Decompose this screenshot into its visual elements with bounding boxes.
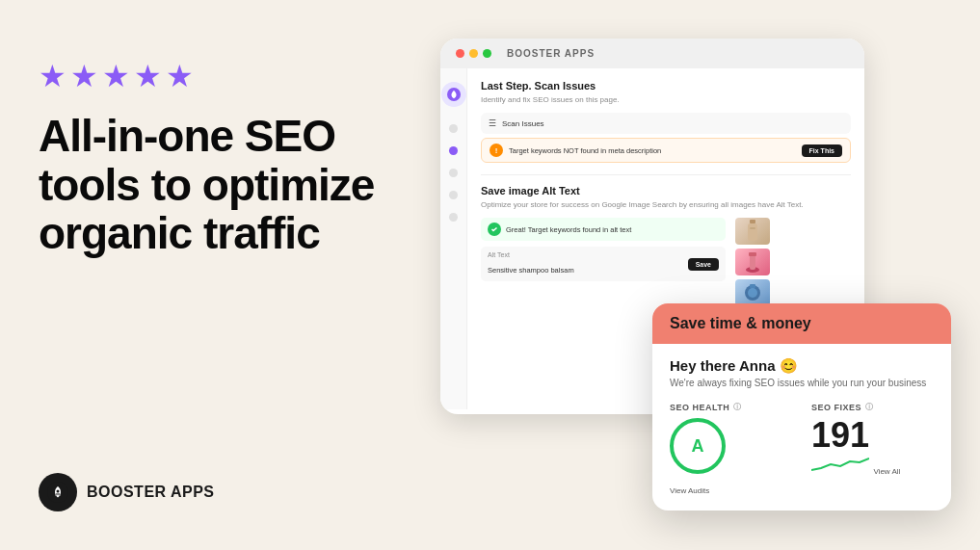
alt-value: Sensitive shampoo balsam — [488, 266, 574, 275]
seo-grade: A — [692, 436, 704, 457]
window-title: BOOSTER APPS — [507, 48, 595, 59]
window-controls — [456, 49, 491, 58]
star-rating: ★ ★ ★ ★ ★ — [39, 58, 405, 94]
warning-text: Target keywords NOT found in meta descri… — [509, 146, 796, 155]
nav-item-4 — [449, 191, 458, 199]
float-card: Save time & money Hey there Anna 😊 We're… — [652, 303, 951, 511]
star-5: ★ — [166, 58, 194, 94]
thumbnail-2 — [735, 249, 770, 275]
seo-health-info-icon: ⓘ — [733, 402, 742, 412]
greeting-text: Hey there Anna 😊 — [670, 357, 934, 375]
star-1: ★ — [39, 58, 66, 94]
minimize-dot — [469, 49, 478, 58]
greeting-sub-text: We're always fixing SEO issues while you… — [670, 378, 934, 388]
brand-name: BOOSTER APPS — [87, 484, 215, 501]
fixes-count: 191 — [811, 418, 934, 453]
seo-health-block: SEO HEALTH ⓘ A View Audits — [670, 402, 792, 497]
warning-icon: ! — [490, 144, 503, 157]
check-icon — [488, 223, 501, 236]
hamburger-icon: ☰ — [489, 118, 496, 128]
alt-text-section: Save image Alt Text Optimize your store … — [481, 185, 851, 306]
product2-icon — [743, 250, 762, 274]
thumbnail-1 — [735, 218, 770, 245]
left-section: ★ ★ ★ ★ ★ All-in-one SEO tools to optimi… — [39, 58, 405, 281]
seo-health-label: SEO HEALTH ⓘ — [670, 402, 792, 412]
section-divider — [481, 174, 851, 175]
star-3: ★ — [102, 58, 130, 94]
seo-health-circle: A — [670, 418, 726, 474]
metrics-row: SEO HEALTH ⓘ A View Audits SEO FIXES ⓘ 1… — [670, 402, 934, 497]
alt-label: Alt Text — [488, 251, 574, 258]
scan-label: Scan Issues — [502, 119, 544, 128]
product3-icon — [742, 282, 763, 303]
svg-rect-11 — [750, 284, 755, 288]
tablet-header: BOOSTER APPS — [440, 39, 864, 68]
scan-issues-section: Last Step. Scan Issues Identify and fix … — [481, 80, 851, 163]
headline: All-in-one SEO tools to optimize organic… — [39, 112, 405, 258]
trend-chart — [811, 455, 869, 474]
tablet-left-nav — [440, 68, 467, 409]
scan-section-title: Last Step. Scan Issues — [481, 80, 851, 92]
svg-rect-3 — [750, 220, 755, 223]
svg-point-1 — [57, 490, 60, 493]
seo-fixes-block: SEO FIXES ⓘ 191 View All — [811, 402, 934, 497]
scan-row: ☰ Scan Issues — [481, 113, 851, 134]
alt-input-row: Alt Text Sensitive shampoo balsam Save — [481, 247, 726, 281]
card-header-title: Save time & money — [670, 315, 811, 331]
star-2: ★ — [70, 58, 98, 94]
nav-item-1 — [449, 124, 458, 133]
tablets-container: BOOSTER APPS — [440, 39, 951, 511]
fix-button[interactable]: Fix This — [802, 144, 842, 157]
svg-rect-4 — [748, 223, 757, 241]
svg-rect-7 — [750, 254, 755, 270]
save-alt-button[interactable]: Save — [688, 258, 719, 271]
view-all-link[interactable]: View All — [873, 467, 900, 476]
view-audits-link[interactable]: View Audits — [670, 486, 709, 495]
seo-fixes-label: SEO FIXES ⓘ — [811, 402, 934, 412]
card-header: Save time & money — [652, 303, 951, 344]
svg-rect-5 — [750, 227, 755, 229]
maximize-dot — [483, 49, 491, 58]
close-dot — [456, 49, 464, 58]
alt-input-group: Alt Text Sensitive shampoo balsam — [488, 251, 574, 276]
alt-section-desc: Optimize your store for success on Googl… — [481, 199, 851, 210]
alt-left: Great! Target keywords found in alt text… — [481, 218, 726, 306]
brand-logo: BOOSTER APPS — [39, 473, 215, 511]
svg-point-10 — [748, 288, 757, 298]
brand-icon — [39, 473, 77, 511]
svg-rect-8 — [749, 252, 756, 256]
nav-logo-icon — [447, 88, 461, 101]
success-text: Great! Target keywords found in alt text — [506, 225, 631, 234]
card-body: Hey there Anna 😊 We're always fixing SEO… — [652, 344, 951, 511]
nav-item-5 — [449, 213, 458, 222]
rocket-icon — [47, 482, 68, 503]
seo-fixes-info-icon: ⓘ — [865, 402, 874, 412]
warning-row: ! Target keywords NOT found in meta desc… — [481, 138, 851, 163]
scan-section-desc: Identify and fix SEO issues on this page… — [481, 94, 851, 105]
star-4: ★ — [134, 58, 162, 94]
nav-item-2 — [449, 146, 458, 155]
alt-text-content: Great! Target keywords found in alt text… — [481, 218, 851, 306]
success-row: Great! Target keywords found in alt text — [481, 218, 726, 241]
nav-logo — [441, 82, 466, 107]
shampoo-icon — [745, 220, 760, 243]
alt-section-title: Save image Alt Text — [481, 185, 851, 196]
nav-item-3 — [449, 169, 458, 177]
image-thumbnails — [735, 218, 851, 306]
